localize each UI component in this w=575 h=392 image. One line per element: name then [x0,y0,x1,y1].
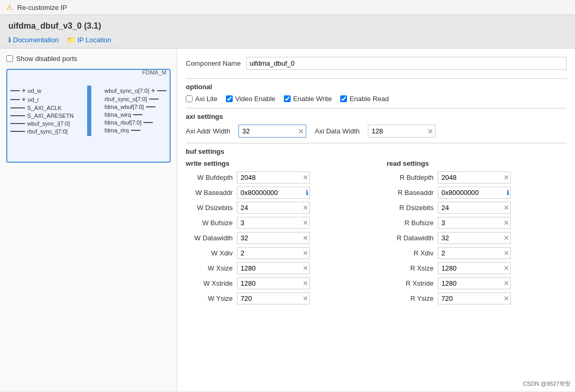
r-bufsize-input[interactable] [438,217,511,229]
w-xdiv-input[interactable] [237,247,310,259]
read-settings-col: read settings R Bufdepth ✕ R Baseaddr ℹ [387,160,567,308]
r-datawidth-input[interactable] [438,232,511,244]
port-label: rbuf_sync_i[7:0] [27,128,68,134]
w-datawidth-clear[interactable]: ✕ [303,235,308,241]
w-xstride-input[interactable] [237,277,310,289]
w-xstride-clear[interactable]: ✕ [303,280,308,287]
r-xstride-row: R Xstride ✕ [387,277,567,289]
w-ysize-clear[interactable]: ✕ [303,295,308,302]
w-datawidth-input[interactable] [237,232,310,244]
port-row: rbuf_sync_i[7:0] [10,128,74,134]
w-bufsize-clear[interactable]: ✕ [303,219,308,226]
axi-lite-checkbox-label[interactable]: Axi Lite [186,95,218,103]
w-baseaddr-row: W Baseaddr ℹ [186,187,366,199]
w-dsizebits-clear[interactable]: ✕ [303,204,308,211]
axi-data-width-input[interactable] [368,125,436,138]
axi-addr-width-input[interactable] [238,125,306,138]
r-xstride-label: R Xstride [387,279,434,287]
header-links: ℹ Documentation 📁 IP Location [8,36,567,44]
port-label: fdma_rbuf[7:0] [104,119,141,126]
w-bufdepth-input[interactable] [237,172,310,183]
r-baseaddr-info[interactable]: ℹ [507,189,509,196]
r-xsize-wrap: ✕ [438,262,511,274]
r-xsize-clear[interactable]: ✕ [504,265,509,272]
r-xdiv-input[interactable] [438,247,511,259]
r-xstride-clear[interactable]: ✕ [504,280,509,287]
warning-icon: ⚠ [6,3,13,11]
w-baseaddr-info[interactable]: ℹ [306,189,308,196]
r-dsizebits-input[interactable] [438,202,511,214]
show-disabled-checkbox[interactable] [6,55,13,62]
port-label: ud_r [28,96,39,103]
left-panel: Show disabled ports FDMA_M + ud_w [0,48,177,391]
w-xsize-clear[interactable]: ✕ [303,265,308,272]
r-baseaddr-wrap: ℹ [438,187,511,199]
ip-location-link[interactable]: 📁 IP Location [67,36,111,44]
axi-lite-checkbox[interactable] [186,95,193,102]
diagram-box: FDMA_M + ud_w + [6,69,171,163]
r-ysize-input[interactable] [438,292,511,304]
r-baseaddr-input[interactable] [438,187,511,199]
r-xsize-row: R Xsize ✕ [387,262,567,274]
w-dsizebits-input[interactable] [237,202,310,214]
w-baseaddr-label: W Baseaddr [186,189,233,197]
w-datawidth-row: W Datawidth ✕ [186,232,366,244]
port-label: ud_w [28,88,41,94]
r-dsizebits-label: R Dsizebits [387,204,434,212]
w-bufsize-input[interactable] [237,217,310,229]
w-baseaddr-input[interactable] [237,187,310,199]
component-name-input[interactable] [246,57,567,70]
title-bar-label: Re-customize IP [17,4,67,11]
r-datawidth-clear[interactable]: ✕ [504,235,509,241]
plus-icon: + [22,87,26,94]
r-xdiv-clear[interactable]: ✕ [504,250,509,256]
folder-icon: 📁 [67,36,75,44]
w-baseaddr-wrap: ℹ [237,187,310,199]
port-row: fdma_wirq [104,112,166,118]
enable-write-checkbox-label[interactable]: Enable Write [284,95,332,103]
w-xsize-input[interactable] [237,262,310,274]
r-xstride-wrap: ✕ [438,277,511,289]
axi-lite-label: Axi Lite [195,95,218,103]
enable-read-checkbox[interactable] [340,95,347,102]
r-datawidth-wrap: ✕ [438,232,511,244]
w-ysize-label: W Ysize [186,295,233,302]
w-bufdepth-clear[interactable]: ✕ [303,174,308,181]
port-label: fdma_rirq [104,127,128,133]
r-bufdepth-input[interactable] [438,172,511,183]
r-datawidth-row: R Datawidth ✕ [387,232,567,244]
video-enable-checkbox[interactable] [226,95,233,102]
port-label: S_AXI_ACLK [27,105,62,111]
axi-data-width-clear[interactable]: ✕ [427,128,434,135]
port-row: rbuf_sync_o[7:0] [104,96,166,102]
write-settings-title: write settings [186,160,366,167]
port-label: rbuf_sync_o[7:0] [104,96,147,102]
w-xdiv-clear[interactable]: ✕ [303,250,308,256]
r-bufsize-clear[interactable]: ✕ [504,219,509,226]
video-enable-checkbox-label[interactable]: Video Enable [226,95,275,103]
r-dsizebits-clear[interactable]: ✕ [504,204,509,211]
r-xstride-input[interactable] [438,277,511,289]
w-datawidth-label: W Datawidth [186,234,233,242]
optional-row: Axi Lite Video Enable Enable Write Enabl… [186,95,567,103]
enable-read-checkbox-label[interactable]: Enable Read [340,95,389,103]
w-xsize-row: W Xsize ✕ [186,262,366,274]
axi-settings-divider [186,108,567,108]
w-ysize-input[interactable] [237,292,310,304]
w-xsize-label: W Xsize [186,264,233,272]
w-ysize-row: W Ysize ✕ [186,292,366,304]
documentation-label: Documentation [13,36,58,44]
w-xdiv-label: W Xdiv [186,249,233,257]
r-xsize-input[interactable] [438,262,511,274]
optional-divider [186,78,567,79]
w-dsizebits-wrap: ✕ [237,202,310,214]
w-bufsize-row: W Bufsize ✕ [186,217,366,229]
r-bufdepth-clear[interactable]: ✕ [504,174,509,181]
axi-addr-width-clear[interactable]: ✕ [298,128,304,135]
r-dsizebits-row: R Dsizebits ✕ [387,202,567,214]
r-ysize-clear[interactable]: ✕ [504,295,509,302]
w-xsize-wrap: ✕ [237,262,310,274]
w-ysize-wrap: ✕ [237,292,310,304]
enable-write-checkbox[interactable] [284,95,291,102]
documentation-link[interactable]: ℹ Documentation [8,36,58,44]
